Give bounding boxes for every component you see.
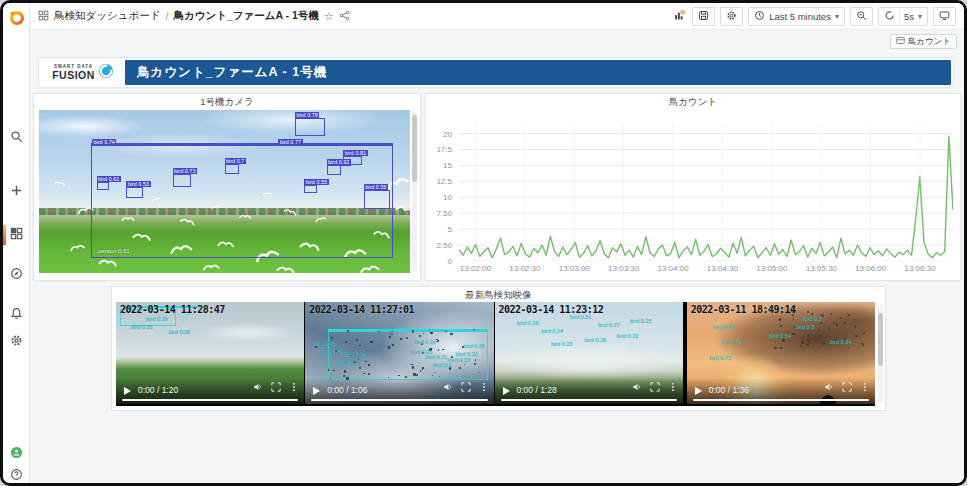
volume-icon[interactable] xyxy=(632,378,642,396)
videos-scrollbar-thumb[interactable] xyxy=(878,313,883,366)
x-tick-label: 13:04:30 xyxy=(707,264,738,273)
more-options-icon[interactable] xyxy=(289,378,299,396)
video-thumbnail[interactable]: bird 0.35bird 0.33bird 0.292022-03-14 11… xyxy=(116,302,304,404)
sidebar-item-dashboards[interactable] xyxy=(3,224,30,246)
bird-speck xyxy=(610,333,611,334)
user-avatar[interactable] xyxy=(3,443,30,465)
bird-speck xyxy=(658,335,660,337)
camera-scrollbar-thumb[interactable] xyxy=(412,115,417,182)
more-options-icon[interactable] xyxy=(860,378,870,396)
detection-label: bird 0.34 xyxy=(830,339,851,345)
videos-scrollbar[interactable] xyxy=(878,305,883,402)
save-dashboard-button[interactable] xyxy=(692,7,715,26)
bird-speck xyxy=(793,318,795,320)
zoom-out-button[interactable] xyxy=(850,7,873,26)
video-progress-bar[interactable] xyxy=(501,399,677,402)
favorite-star-icon[interactable]: ☆ xyxy=(324,10,334,23)
bird-speck xyxy=(436,339,438,341)
video-time-label: 0:00 / 1:36 xyxy=(709,385,749,395)
video-timestamp: 2022-03-14 11:27:01 xyxy=(309,304,414,315)
breadcrumb-page: 鳥カウント_ファームA - 1号機 xyxy=(173,9,318,23)
bird-speck xyxy=(627,343,628,344)
sidebar-item-create[interactable] xyxy=(3,181,30,203)
y-tick-label: 10 xyxy=(443,193,452,202)
top-navbar: 鳥検知ダッシュボード / 鳥カウント_ファームA - 1号機 ☆ Last 5 … xyxy=(30,3,964,30)
clock-icon xyxy=(754,10,765,23)
camera-scrollbar[interactable] xyxy=(412,112,417,272)
detection-label: bird 0.28 xyxy=(337,360,358,366)
sidebar-item-help[interactable] xyxy=(3,465,30,486)
x-tick-label: 13:03:30 xyxy=(608,264,639,273)
bird-speck xyxy=(807,335,809,337)
refresh-button[interactable]: 5s ▾ xyxy=(878,7,928,26)
y-tick-label: 0 xyxy=(448,257,452,266)
bird-speck xyxy=(865,331,866,332)
search-icon xyxy=(10,129,23,147)
cycle-view-mode-button[interactable] xyxy=(933,7,956,26)
play-button[interactable] xyxy=(695,387,702,395)
bird-speck xyxy=(413,373,416,376)
videos-panel-title[interactable]: 最新鳥検知映像 xyxy=(112,287,885,302)
bird-speck xyxy=(432,375,433,376)
video-control-icons xyxy=(824,378,870,396)
play-button[interactable] xyxy=(313,387,320,395)
video-thumbnail[interactable]: bird 0.31bird 0.27bird 0.24bird 0.22bird… xyxy=(495,302,683,404)
sidebar-item-search[interactable] xyxy=(3,127,30,149)
detection-box: bird 0.56 xyxy=(364,190,390,210)
dashboard-grid-icon xyxy=(38,10,49,23)
play-button[interactable] xyxy=(503,387,510,395)
volume-icon[interactable] xyxy=(443,378,453,396)
detection-label: bird 0.77 xyxy=(278,139,302,146)
bird-speck xyxy=(583,346,584,347)
sidebar-item-configuration[interactable] xyxy=(3,331,30,353)
video-thumbnail[interactable]: bird 0.45bird 0.42bird 0.36bird 0.28bird… xyxy=(305,302,493,404)
fullscreen-icon[interactable] xyxy=(650,378,660,396)
sidebar-item-explore[interactable] xyxy=(3,264,30,286)
x-tick-label: 13:06:00 xyxy=(855,264,886,273)
smart-data-fusion-logo: SMART DATA FUSION xyxy=(41,60,125,85)
sidebar-item-alerting[interactable] xyxy=(3,304,30,326)
dashboard-settings-button[interactable] xyxy=(720,7,743,26)
chart-plot-area[interactable] xyxy=(459,124,953,261)
detection-label: bird 0.35 xyxy=(131,324,152,330)
play-button[interactable] xyxy=(124,387,131,395)
detection-box: bird 0.79 xyxy=(295,118,325,136)
bird-speck xyxy=(849,323,850,324)
detection-label: bird 0.61 xyxy=(97,176,121,183)
bird-speck xyxy=(422,367,423,368)
fullscreen-icon[interactable] xyxy=(842,378,852,396)
fullscreen-icon[interactable] xyxy=(271,378,281,396)
more-options-icon[interactable] xyxy=(479,378,489,396)
video-progress-bar[interactable] xyxy=(122,399,298,402)
x-tick-label: 13:02:00 xyxy=(460,264,491,273)
fullscreen-icon[interactable] xyxy=(461,378,471,396)
time-range-picker[interactable]: Last 5 minutes ▾ xyxy=(748,7,845,26)
share-icon[interactable] xyxy=(339,10,350,23)
breadcrumb: 鳥検知ダッシュボード / 鳥カウント_ファームA - 1号機 ☆ xyxy=(38,9,350,23)
bird-speck xyxy=(655,337,657,339)
time-series-chart xyxy=(459,124,953,261)
more-options-icon[interactable] xyxy=(668,378,678,396)
bird-speck xyxy=(844,322,846,324)
camera-panel-title[interactable]: 1号機カメラ xyxy=(34,94,420,109)
detection-label: bird 0.53 xyxy=(126,181,150,188)
detection-label: bird 0.26 xyxy=(463,343,484,349)
detection-label: bird 0.76 xyxy=(721,339,742,345)
grafana-logo[interactable] xyxy=(3,9,30,27)
video-progress-bar[interactable] xyxy=(311,399,487,402)
header-banner-panel: SMART DATA FUSION 鳥カウント_ファームA - 1号機 xyxy=(38,57,954,88)
y-tick-label: 5 xyxy=(448,225,452,234)
volume-icon[interactable] xyxy=(824,378,834,396)
video-thumbnail[interactable]: bird 0.62bird 0.76bird 0.75bird 0.54bird… xyxy=(687,302,875,404)
bird-count-panel-button[interactable]: 鳥カウント xyxy=(890,34,957,49)
detection-label: bird 0.42 xyxy=(322,348,343,354)
volume-icon[interactable] xyxy=(253,378,263,396)
bird-speck xyxy=(563,348,565,350)
bird-speck xyxy=(779,318,782,321)
bird-speck xyxy=(406,337,408,339)
breadcrumb-section[interactable]: 鳥検知ダッシュボード xyxy=(54,9,160,23)
video-progress-bar[interactable] xyxy=(693,399,869,402)
x-tick-label: 13:02:30 xyxy=(509,264,540,273)
add-panel-button[interactable] xyxy=(672,7,687,26)
chart-panel-title[interactable]: 鳥カウント xyxy=(426,94,960,109)
